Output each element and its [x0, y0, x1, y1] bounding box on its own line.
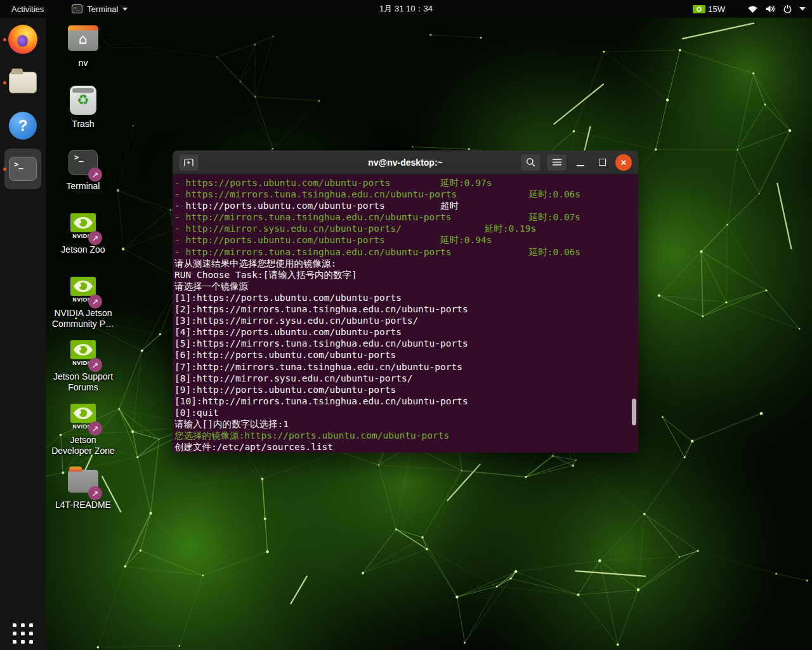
terminal-line: [9]:http://ports.ubuntu.com/ubuntu-ports: [174, 384, 638, 395]
desktop-icon-label: Community P…: [44, 319, 122, 329]
terminal-line: [2]:https://mirrors.tuna.tsinghua.edu.cn…: [174, 303, 638, 315]
link-badge-icon: ↗: [88, 231, 102, 245]
terminal-scrollbar[interactable]: [631, 175, 638, 453]
terminal-window: nv@nv-desktop:~ ×: [173, 150, 638, 453]
nvidia-eye-icon: [70, 340, 96, 359]
desktop-icon-label: Jetson Zoo: [44, 244, 122, 255]
desktop-icon-label: Terminal: [44, 181, 122, 192]
menu-button[interactable]: [546, 154, 567, 171]
running-indicator: [3, 168, 6, 171]
desktop-icon-label: Trash: [44, 119, 122, 129]
new-tab-button[interactable]: [178, 154, 199, 171]
app-grid-icon: [13, 623, 33, 644]
link-badge-icon: ↗: [88, 486, 102, 500]
desktop-icon-nvidia-jetson-community-p[interactable]: NVIDIA↗NVIDIA JetsonCommunity P…: [44, 273, 122, 329]
link-badge-icon: ↗: [88, 358, 102, 372]
nvidia-eye-icon: [70, 404, 96, 423]
desktop-icon-trash[interactable]: ♻Trash: [44, 84, 122, 129]
running-indicator: [3, 38, 6, 41]
activities-button[interactable]: Activities: [5, 3, 50, 16]
dock: ?>_: [0, 18, 46, 650]
desktop-icon-label: NVIDIA Jetson: [44, 308, 122, 319]
terminal-line: - http://mirrors.tuna.tsinghua.edu.cn/ub…: [174, 211, 638, 223]
desktop-icon-label: Forums: [44, 382, 122, 393]
dock-item-help[interactable]: ?: [0, 104, 46, 147]
volume-icon: [765, 4, 776, 13]
terminal-output[interactable]: - https://ports.ubuntu.com/ubuntu-ports …: [173, 175, 638, 453]
running-indicator: [3, 81, 6, 84]
search-button[interactable]: [520, 154, 541, 171]
desktop-icon-jetson-zoo[interactable]: NVIDIA↗Jetson Zoo: [44, 209, 122, 255]
app-menu-label: Terminal: [87, 4, 118, 14]
terminal-line: - http://ports.ubuntu.com/ubuntu-ports 超…: [174, 200, 638, 211]
chevron-down-icon: [122, 8, 128, 11]
search-icon: [526, 157, 535, 167]
terminal-line: [4]:https://ports.ubuntu.com/ubuntu-port…: [174, 326, 638, 338]
desktop-icon-label: L4T-README: [44, 500, 122, 510]
dock-item-firefox[interactable]: [0, 18, 46, 61]
help-icon: ?: [9, 112, 37, 140]
trash-icon: ♻: [70, 86, 96, 115]
terminal-line: - http://ports.ubuntu.com/ubuntu-ports 延…: [174, 234, 638, 246]
maximize-button[interactable]: [594, 154, 610, 171]
desktop: Activities >_ Terminal 1月 31 10：34 15W: [0, 0, 812, 650]
top-bar: Activities >_ Terminal 1月 31 10：34 15W: [0, 0, 812, 18]
terminal-line: [5]:https://mirrors.tuna.tsinghua.edu.cn…: [174, 338, 638, 349]
link-badge-icon: ↗: [88, 168, 102, 182]
show-applications-button[interactable]: [0, 623, 46, 644]
terminal-line: 请输入[]内的数字以选择:1: [174, 418, 638, 430]
link-badge-icon: ↗: [88, 421, 102, 435]
desktop-icon-label: Jetson: [44, 435, 122, 446]
close-icon: ×: [621, 157, 627, 168]
firefox-icon: [8, 25, 37, 54]
minimize-icon: [577, 165, 584, 166]
files-icon: [9, 72, 37, 93]
hamburger-icon: [553, 159, 561, 166]
terminal-line: - https://ports.ubuntu.com/ubuntu-ports …: [174, 177, 638, 189]
terminal-line: [6]:http://ports.ubuntu.com/ubuntu-ports: [174, 349, 638, 361]
nvidia-eye-icon: [70, 213, 96, 232]
desktop-icon-label: Jetson Support: [44, 371, 122, 382]
desktop-icon-nv[interactable]: ⌂nv: [44, 23, 122, 69]
terminal-line: [3]:https://mirror.sysu.edu.cn/ubuntu-po…: [174, 315, 638, 326]
scrollbar-thumb[interactable]: [632, 399, 636, 425]
home-folder-icon: ⌂: [68, 28, 98, 51]
power-mode-indicator: 15W: [693, 4, 725, 14]
active-app-highlight: [4, 149, 41, 189]
desktop-icon-terminal[interactable]: >_↗Terminal: [44, 146, 122, 192]
terminal-app-icon: >_: [72, 4, 82, 13]
power-icon: [783, 4, 792, 14]
terminal-line: [10]:http://mirrors.tuna.tsinghua.edu.cn…: [174, 395, 638, 407]
terminal-line: - https://mirrors.tuna.tsinghua.edu.cn/u…: [174, 189, 638, 200]
terminal-line: RUN Choose Task:[请输入括号内的数字]: [174, 269, 638, 281]
terminal-titlebar[interactable]: nv@nv-desktop:~ ×: [173, 150, 638, 175]
terminal-line: [7]:http://mirrors.tuna.tsinghua.edu.cn/…: [174, 361, 638, 373]
link-badge-icon: ↗: [88, 295, 102, 308]
minimize-button[interactable]: [572, 154, 589, 171]
terminal-line: [1]:https://ports.ubuntu.com/ubuntu-port…: [174, 292, 638, 303]
terminal-line: 请从测速结果中选择您想使用的镜像源:: [174, 258, 638, 269]
dock-item-terminal[interactable]: >_: [0, 147, 46, 190]
desktop-icon-jetson-support-forums[interactable]: NVIDIA↗Jetson SupportForums: [44, 336, 122, 393]
terminal-line: [0]:quit: [174, 407, 638, 418]
terminal-line: 创建文件:/etc/apt/sources.list: [174, 441, 638, 453]
desktop-icon-label: Developer Zone: [44, 446, 122, 456]
app-menu-button[interactable]: >_ Terminal: [65, 3, 134, 16]
terminal-line: - http://mirror.sysu.edu.cn/ubuntu-ports…: [174, 223, 638, 234]
system-tray[interactable]: 15W: [693, 0, 806, 18]
close-button[interactable]: ×: [615, 154, 632, 171]
terminal-line: 您选择的镜像源:https://ports.ubuntu.com/ubuntu-…: [174, 430, 638, 441]
terminal-line: - http://mirrors.tuna.tsinghua.edu.cn/ub…: [174, 246, 638, 258]
nvidia-icon: [693, 5, 705, 13]
desktop-icon-l4t-readme[interactable]: ↗L4T-README: [44, 465, 122, 510]
power-mode-label: 15W: [708, 4, 725, 14]
terminal-line: 请选择一个镜像源: [174, 281, 638, 292]
terminal-line: [8]:http://mirror.sysu.edu.cn/ubuntu-por…: [174, 373, 638, 384]
wifi-icon: [747, 5, 758, 13]
chevron-down-icon: [799, 7, 806, 11]
maximize-icon: [599, 159, 606, 166]
desktop-icon-label: nv: [44, 58, 122, 69]
dock-item-files[interactable]: [0, 61, 46, 104]
nvidia-eye-icon: [70, 277, 96, 296]
desktop-icon-jetson-developer-zone[interactable]: NVIDIA↗JetsonDeveloper Zone: [44, 400, 122, 456]
